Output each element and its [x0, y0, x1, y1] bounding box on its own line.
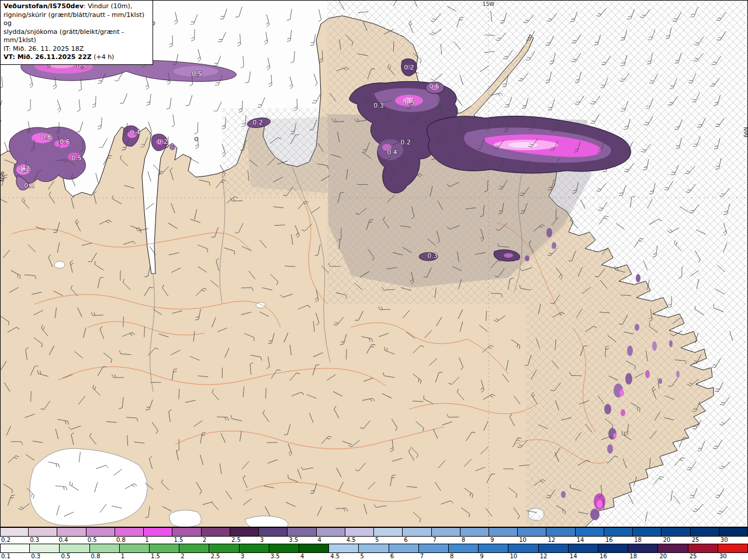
weather-map-page: 0.50.50.20.60.30.50.20.40.80.60.20.50.20…	[0, 0, 748, 560]
vt-bold: VT: Mið. 26.11.2025 22Z	[4, 53, 92, 61]
colorbar-swatch	[374, 527, 403, 537]
title-line-1-rest: : Vindur (10m),	[84, 2, 132, 10]
colorbar-cell: 0.3	[29, 527, 57, 544]
colorbar-value: 30	[719, 537, 748, 544]
map-area: 0.50.50.20.60.30.50.20.40.80.60.20.50.20…	[0, 0, 748, 527]
colorbar-swatch	[628, 544, 658, 553]
colorbar-value: 0.8	[90, 553, 120, 560]
colorbar-cell: 30	[718, 544, 748, 560]
colorbar-value: 25	[691, 537, 719, 544]
precip-value-label: 0.3	[373, 102, 384, 109]
colorbar-value: 4.5	[329, 553, 359, 560]
colorbar-swatch	[539, 544, 569, 553]
colorbar-cell: 2.5	[230, 527, 259, 544]
colorbar-cell: 12	[539, 544, 569, 560]
colorbar-swatch	[718, 544, 748, 553]
precip-value-label: 0.2	[157, 138, 168, 146]
colorbar-swatch	[719, 527, 748, 537]
precip-value-label: 0.5	[71, 154, 82, 162]
colorbar-swatch	[120, 544, 150, 553]
colorbar-cell: 20	[662, 527, 690, 544]
colorbar-swatch	[576, 527, 604, 537]
colorbar-swatch	[389, 544, 419, 553]
colorbar-cell: 2.5	[209, 544, 239, 560]
colorbar-cell: 8	[449, 544, 479, 560]
colorbar-value: 3	[240, 553, 269, 560]
colorbar-cell: 10	[518, 527, 546, 544]
colorbar-value: 12	[539, 553, 569, 560]
precip-value-label: 0.3	[427, 252, 438, 260]
colorbar-cell: 1.5	[172, 527, 201, 544]
title-line-it: IT: Mið. 26. 11. 2025 18Z	[4, 45, 149, 54]
precip-value-label: 0.2	[24, 182, 34, 189]
colorbar-swatch	[658, 544, 688, 553]
colorbar-cell: 9	[479, 544, 508, 560]
colorbar-cell: 0.8	[90, 544, 120, 560]
colorbar-swatch	[90, 544, 120, 553]
colorbar-swatch	[546, 527, 575, 537]
colorbar-value: 8	[449, 553, 479, 560]
colorbar-value: 9	[489, 537, 518, 544]
precip-value-label: 0.4	[130, 129, 140, 136]
colorbar-swatch	[288, 527, 316, 537]
colorbar-swatch	[518, 527, 546, 537]
colorbar-cell: 3.5	[269, 544, 299, 560]
colorbar-value: 1.5	[172, 537, 201, 544]
colorbar-cell: 0.5	[86, 527, 115, 544]
colorbar-swatch	[29, 527, 57, 537]
colorbar-cell: 25	[691, 527, 719, 544]
colorbar-cell: 1	[120, 544, 150, 560]
colorbar-cell: 0.2	[0, 527, 29, 544]
colorbar-swatch	[269, 544, 299, 553]
colorbar-swatch	[329, 544, 359, 553]
colorbar-swatch	[419, 544, 449, 553]
colorbar-value: 0.2	[0, 537, 29, 544]
colorbar-swatch	[30, 544, 60, 553]
colorbar-cell: 0.8	[115, 527, 144, 544]
colorbar-cell: 6	[389, 544, 419, 560]
colorbar-value: 7	[432, 537, 460, 544]
colorbar-cell: 30	[719, 527, 748, 544]
vt-suffix: (+4 h)	[92, 53, 115, 61]
colorbar-cell: 5	[359, 544, 389, 560]
colorbar-swatch	[172, 527, 201, 537]
colorbar-value: 16	[598, 553, 628, 560]
colorbar-value: 30	[718, 553, 748, 560]
colorbar-swatch	[604, 527, 633, 537]
colorbar-swatch	[150, 544, 179, 553]
colorbar-swatch	[479, 544, 508, 553]
precip-value-label: 0.5	[404, 99, 415, 106]
colorbar-swatch	[489, 527, 518, 537]
title-line-2: rigning/skúrir (grænt/blátt/rautt - mm/1…	[4, 11, 149, 28]
colorbar-value: 0.3	[30, 553, 60, 560]
colorbar-swatch	[202, 527, 230, 537]
colorbar-value: 0.5	[86, 537, 115, 544]
precip-value-label: 1.2	[19, 165, 30, 172]
colorbar-swatch	[209, 544, 239, 553]
colorbar-value: 8	[460, 537, 489, 544]
colorbar-cell: 14	[569, 544, 598, 560]
colorbar-value: 12	[546, 537, 575, 544]
grid-edge-label: N99	[743, 127, 748, 137]
colorbar-value: 2.5	[209, 553, 239, 560]
colorbar-value: 0.5	[60, 553, 89, 560]
colorbar-cell: 4.5	[329, 544, 359, 560]
colorbar-swatch	[569, 544, 598, 553]
colorbar-value: 2	[202, 537, 230, 544]
colorbar-swatch	[0, 544, 30, 553]
colorbar-cell: 4.5	[345, 527, 374, 544]
colorbar-value: 4	[317, 537, 345, 544]
colorbar-value: 5	[359, 553, 389, 560]
colorbar-swatch	[60, 544, 89, 553]
colorbar-value: 7	[419, 553, 449, 560]
colorbar-cell: 3	[240, 544, 269, 560]
precip-value-label: 0.2	[400, 139, 411, 146]
colorbar-cell: 9	[489, 527, 518, 544]
colorbar-value: 0.3	[29, 537, 57, 544]
colorbar-value: 2.5	[230, 537, 259, 544]
precip-value-label: 0.2	[252, 119, 263, 126]
precip-value-label: 0.6	[429, 82, 439, 90]
precip-value-label: 0.4	[387, 148, 397, 156]
colorbar-value: 18	[633, 537, 662, 544]
colorbar-swatch	[359, 544, 389, 553]
